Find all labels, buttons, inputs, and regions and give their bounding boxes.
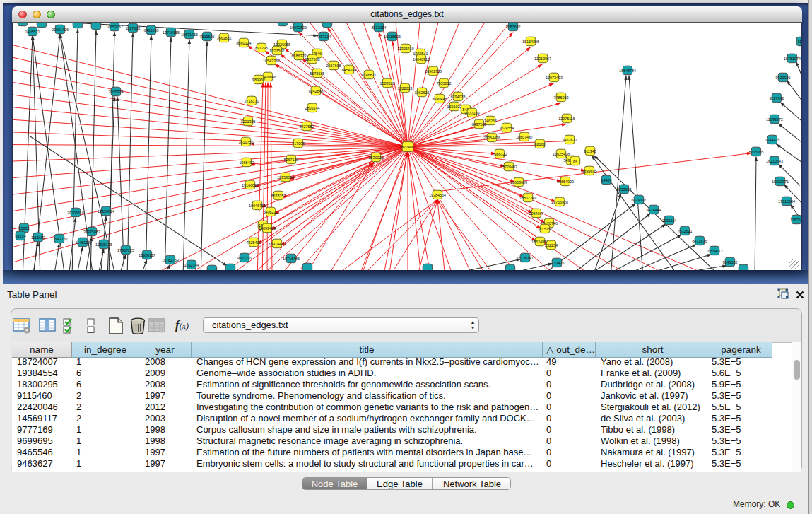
- svg-text:14409: 14409: [601, 178, 612, 182]
- svg-text:1145194: 1145194: [76, 240, 90, 245]
- svg-text:1244415: 1244415: [765, 138, 780, 142]
- svg-text:7663822: 7663822: [217, 36, 232, 40]
- svg-text:19654923: 19654923: [557, 180, 574, 184]
- svg-text:17016504: 17016504: [778, 199, 795, 204]
- svg-text:3624554: 3624554: [500, 126, 514, 130]
- svg-text:9245652: 9245652: [723, 260, 738, 264]
- svg-text:6794028: 6794028: [451, 95, 466, 99]
- svg-text:1610755: 1610755: [239, 140, 254, 144]
- svg-text:9463627: 9463627: [563, 138, 577, 142]
- svg-text:12942757: 12942757: [51, 237, 68, 241]
- svg-text:9084067: 9084067: [529, 211, 544, 216]
- svg-text:15720407: 15720407: [500, 165, 517, 169]
- svg-text:1615152: 1615152: [538, 227, 553, 231]
- svg-text:1405571: 1405571: [25, 30, 40, 34]
- svg-text:16210643: 16210643: [766, 159, 783, 163]
- svg-text:8186323: 8186323: [292, 54, 307, 58]
- svg-text:9777169: 9777169: [465, 111, 480, 115]
- svg-text:19218506: 19218506: [384, 35, 401, 39]
- svg-text:12093872: 12093872: [766, 117, 783, 122]
- svg-text:18807249: 18807249: [519, 196, 536, 200]
- svg-text:8813054: 8813054: [372, 25, 387, 30]
- svg-text:7986322: 7986322: [493, 152, 507, 156]
- svg-text:17359924: 17359924: [98, 209, 114, 214]
- svg-text:12353594: 12353594: [277, 175, 294, 180]
- svg-text:9899695: 9899695: [582, 169, 597, 173]
- svg-text:7857224: 7857224: [317, 35, 331, 39]
- svg-text:6466160: 6466160: [144, 28, 159, 33]
- svg-text:1292344: 1292344: [184, 263, 199, 267]
- svg-text:1733426: 1733426: [550, 261, 565, 265]
- svg-text:10719155: 10719155: [163, 30, 180, 35]
- svg-text:19166827: 19166827: [242, 183, 259, 187]
- svg-text:14099489: 14099489: [259, 226, 276, 230]
- svg-text:39154: 39154: [16, 234, 26, 238]
- svg-text:20691406: 20691406: [52, 28, 69, 32]
- svg-text:19756928: 19756928: [551, 200, 568, 204]
- svg-text:9242848: 9242848: [309, 89, 324, 93]
- svg-text:7625402: 7625402: [247, 240, 261, 245]
- svg-text:1965492: 1965492: [240, 160, 254, 165]
- svg-text:20364436: 20364436: [483, 136, 500, 140]
- svg-text:1362615: 1362615: [415, 90, 430, 95]
- svg-text:1115682: 1115682: [31, 235, 45, 240]
- svg-text:2530029: 2530029: [369, 156, 384, 160]
- svg-text:9657791: 9657791: [237, 256, 252, 260]
- svg-text:9146821: 9146821: [362, 73, 377, 77]
- svg-text:11325419: 11325419: [397, 47, 414, 51]
- svg-text:9327508: 9327508: [305, 57, 320, 62]
- svg-text:8660124: 8660124: [237, 41, 252, 45]
- svg-text:10961758: 10961758: [425, 69, 442, 74]
- svg-text:85081: 85081: [19, 226, 30, 230]
- svg-text:16914479: 16914479: [269, 242, 286, 246]
- svg-text:2087682: 2087682: [506, 25, 521, 29]
- svg-text:1322013: 1322013: [398, 86, 413, 90]
- svg-text:19384554: 19384554: [429, 193, 446, 197]
- svg-text:10688609: 10688609: [510, 180, 527, 185]
- svg-text:20206516: 20206516: [67, 211, 84, 215]
- svg-text:7632621: 7632621: [678, 229, 693, 233]
- svg-text:15716485: 15716485: [283, 257, 300, 261]
- svg-text:15692971: 15692971: [772, 180, 789, 184]
- svg-text:989962: 989962: [252, 78, 265, 82]
- svg-text:8990448: 8990448: [433, 97, 447, 101]
- svg-text:8427552: 8427552: [300, 124, 314, 129]
- svg-text:891295: 891295: [255, 46, 268, 50]
- svg-text:1527602: 1527602: [126, 26, 141, 30]
- svg-text:10671355: 10671355: [181, 33, 198, 37]
- svg-text:911340: 911340: [584, 149, 596, 153]
- svg-text:9227342: 9227342: [770, 96, 784, 100]
- svg-text:10654112: 10654112: [706, 249, 723, 253]
- svg-text:5675685: 5675685: [310, 71, 325, 76]
- svg-text:1621022: 1621022: [447, 105, 462, 109]
- svg-text:2718170: 2718170: [245, 99, 259, 103]
- svg-text:2803144: 2803144: [305, 106, 320, 110]
- svg-text:10973493: 10973493: [546, 76, 563, 80]
- svg-text:7515526: 7515526: [200, 35, 215, 39]
- svg-text:10958117: 10958117: [139, 253, 155, 257]
- svg-text:8215955: 8215955: [749, 150, 764, 154]
- svg-text:12975115: 12975115: [558, 117, 575, 121]
- svg-text:16033809: 16033809: [290, 25, 307, 30]
- svg-text:18724007: 18724007: [399, 145, 416, 149]
- svg-text:16136141: 16136141: [517, 256, 534, 260]
- svg-text:62160: 62160: [535, 142, 546, 146]
- svg-text:12226058: 12226058: [273, 42, 290, 47]
- svg-text:10653267: 10653267: [106, 25, 123, 29]
- svg-text:84: 84: [573, 159, 577, 163]
- svg-text:9474444: 9474444: [647, 208, 661, 212]
- svg-text:2935114: 2935114: [662, 218, 677, 223]
- svg-text:10046755: 10046755: [249, 204, 266, 208]
- svg-text:10807487: 10807487: [516, 135, 533, 139]
- svg-text:12213967: 12213967: [534, 57, 551, 61]
- svg-text:16543362: 16543362: [263, 59, 280, 63]
- svg-text:10025438: 10025438: [553, 152, 570, 156]
- svg-text:12505135: 12505135: [95, 243, 112, 247]
- svg-text:8267130: 8267130: [284, 158, 299, 162]
- svg-text:252254: 252254: [545, 243, 558, 247]
- svg-text:16648784: 16648784: [619, 69, 636, 73]
- svg-text:417006: 417006: [292, 141, 305, 146]
- svg-text:746266: 746266: [484, 119, 497, 123]
- svg-text:8678352: 8678352: [271, 194, 286, 198]
- svg-text:9327502: 9327502: [270, 49, 285, 53]
